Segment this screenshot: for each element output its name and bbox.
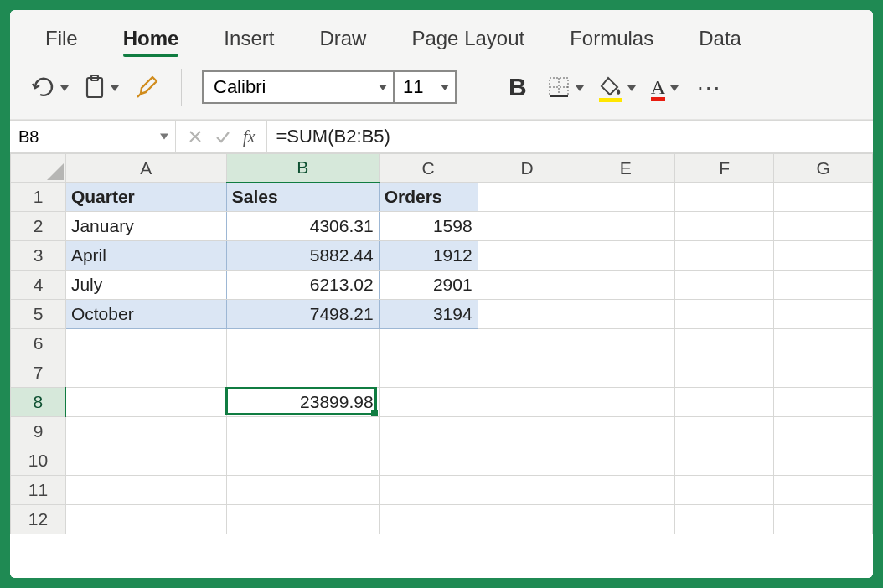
cell-B12[interactable]	[226, 505, 379, 534]
row-header-5[interactable]: 5	[11, 300, 66, 329]
col-header-G[interactable]: G	[774, 154, 873, 183]
tab-page-layout[interactable]: Page Layout	[393, 20, 543, 62]
cell-D2[interactable]	[478, 212, 576, 241]
tab-insert[interactable]: Insert	[205, 20, 292, 62]
cell-D8[interactable]	[478, 388, 576, 417]
cancel-formula-button[interactable]	[188, 129, 203, 144]
cell-C7[interactable]	[379, 358, 478, 388]
cell-C8[interactable]	[379, 388, 478, 417]
col-header-E[interactable]: E	[576, 154, 675, 183]
cell-E5[interactable]	[576, 300, 675, 329]
cell-E1[interactable]	[576, 183, 675, 212]
cell-F12[interactable]	[675, 505, 774, 534]
cell-G9[interactable]	[774, 417, 873, 446]
cell-C3[interactable]: 1912	[379, 241, 478, 271]
cell-C2[interactable]: 1598	[379, 212, 478, 241]
cell-C12[interactable]	[379, 505, 478, 534]
cell-E8[interactable]	[576, 388, 675, 417]
col-header-D[interactable]: D	[478, 154, 576, 183]
tab-file[interactable]: File	[27, 20, 96, 62]
cell-E7[interactable]	[576, 358, 675, 388]
cell-E2[interactable]	[576, 212, 675, 241]
row-header-7[interactable]: 7	[11, 358, 66, 388]
row-header-4[interactable]: 4	[11, 271, 66, 300]
row-header-10[interactable]: 10	[11, 446, 66, 476]
cell-B4[interactable]: 6213.02	[226, 271, 379, 300]
cell-B8[interactable]: 23899.98	[226, 388, 379, 417]
col-header-C[interactable]: C	[379, 154, 478, 183]
fx-button[interactable]: fx	[243, 127, 255, 147]
cell-B10[interactable]	[226, 446, 379, 476]
row-header-11[interactable]: 11	[11, 476, 66, 505]
bold-button[interactable]: B	[503, 73, 532, 101]
cell-C9[interactable]	[379, 417, 478, 446]
enter-formula-button[interactable]	[214, 129, 231, 144]
cell-A7[interactable]	[65, 358, 226, 388]
cell-G8[interactable]	[774, 388, 873, 417]
cell-G10[interactable]	[774, 446, 873, 476]
cell-E12[interactable]	[576, 505, 675, 534]
row-header-3[interactable]: 3	[11, 241, 66, 271]
cell-C11[interactable]	[379, 476, 478, 505]
cell-B11[interactable]	[226, 476, 379, 505]
paste-button[interactable]	[84, 75, 119, 100]
cell-A11[interactable]	[65, 476, 226, 505]
row-header-2[interactable]: 2	[11, 212, 66, 241]
cell-F3[interactable]	[675, 241, 774, 271]
cell-F4[interactable]	[675, 271, 774, 300]
row-header-8[interactable]: 8	[11, 388, 66, 417]
cell-D4[interactable]	[478, 271, 576, 300]
cell-D11[interactable]	[478, 476, 576, 505]
select-all-corner[interactable]	[11, 154, 66, 183]
cell-A10[interactable]	[65, 446, 226, 476]
cell-F8[interactable]	[675, 388, 774, 417]
row-header-12[interactable]: 12	[11, 505, 66, 534]
cell-E10[interactable]	[576, 446, 675, 476]
cell-G4[interactable]	[774, 271, 873, 300]
cell-B1[interactable]: Sales	[226, 183, 379, 212]
font-size-select[interactable]: 11	[395, 70, 457, 104]
cell-D6[interactable]	[478, 329, 576, 358]
cell-D5[interactable]	[478, 300, 576, 329]
cell-A12[interactable]	[65, 505, 226, 534]
cell-D9[interactable]	[478, 417, 576, 446]
col-header-B[interactable]: B	[226, 154, 379, 183]
cell-B7[interactable]	[226, 358, 379, 388]
cell-F1[interactable]	[675, 183, 774, 212]
font-color-button[interactable]: A	[651, 77, 679, 97]
format-painter-button[interactable]	[134, 75, 161, 100]
cell-B9[interactable]	[226, 417, 379, 446]
cell-E4[interactable]	[576, 271, 675, 300]
cell-A8[interactable]	[65, 388, 226, 417]
cell-F5[interactable]	[675, 300, 774, 329]
cell-G1[interactable]	[774, 183, 873, 212]
cell-C5[interactable]: 3194	[379, 300, 478, 329]
row-header-9[interactable]: 9	[11, 417, 66, 446]
cell-D12[interactable]	[478, 505, 576, 534]
cell-G3[interactable]	[774, 241, 873, 271]
undo-button[interactable]	[30, 76, 69, 98]
tab-formulas[interactable]: Formulas	[551, 20, 672, 62]
cell-F10[interactable]	[675, 446, 774, 476]
col-header-F[interactable]: F	[675, 154, 774, 183]
cell-G11[interactable]	[774, 476, 873, 505]
cell-G7[interactable]	[774, 358, 873, 388]
tab-draw[interactable]: Draw	[301, 20, 385, 62]
cell-C6[interactable]	[379, 329, 478, 358]
formula-input[interactable]: =SUM(B2:B5)	[267, 121, 873, 152]
cell-G5[interactable]	[774, 300, 873, 329]
font-name-select[interactable]: Calibri	[202, 70, 395, 104]
cell-B6[interactable]	[226, 329, 379, 358]
col-header-A[interactable]: A	[65, 154, 226, 183]
cell-A3[interactable]: April	[65, 241, 226, 271]
cell-A5[interactable]: October	[65, 300, 226, 329]
cell-G6[interactable]	[774, 329, 873, 358]
cell-C1[interactable]: Orders	[379, 183, 478, 212]
cell-A1[interactable]: Quarter	[65, 183, 226, 212]
fill-color-button[interactable]	[599, 76, 636, 98]
cell-D1[interactable]	[478, 183, 576, 212]
row-header-1[interactable]: 1	[11, 183, 66, 212]
cell-A4[interactable]: July	[65, 271, 226, 300]
cell-C4[interactable]: 2901	[379, 271, 478, 300]
cell-E9[interactable]	[576, 417, 675, 446]
